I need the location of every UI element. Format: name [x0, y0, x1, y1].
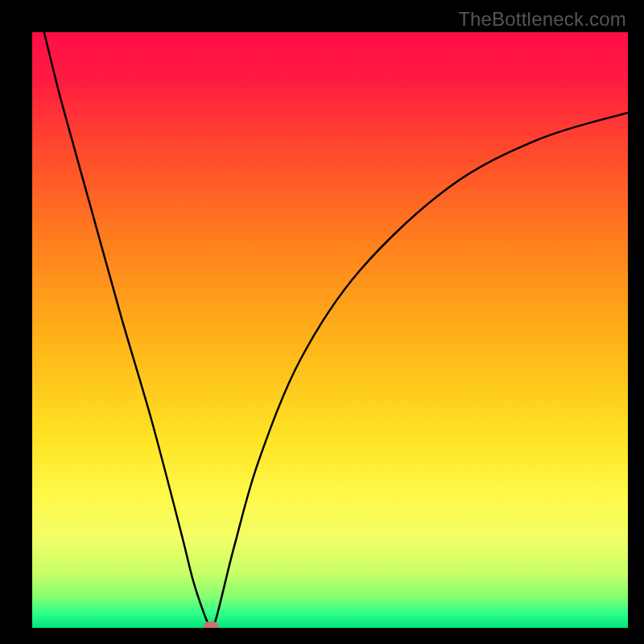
bottleneck-curve: [32, 32, 628, 628]
plot-area: [32, 32, 628, 628]
minimum-marker: [204, 621, 218, 628]
watermark-text: TheBottleneck.com: [458, 8, 626, 31]
chart-frame: TheBottleneck.com: [0, 0, 644, 644]
